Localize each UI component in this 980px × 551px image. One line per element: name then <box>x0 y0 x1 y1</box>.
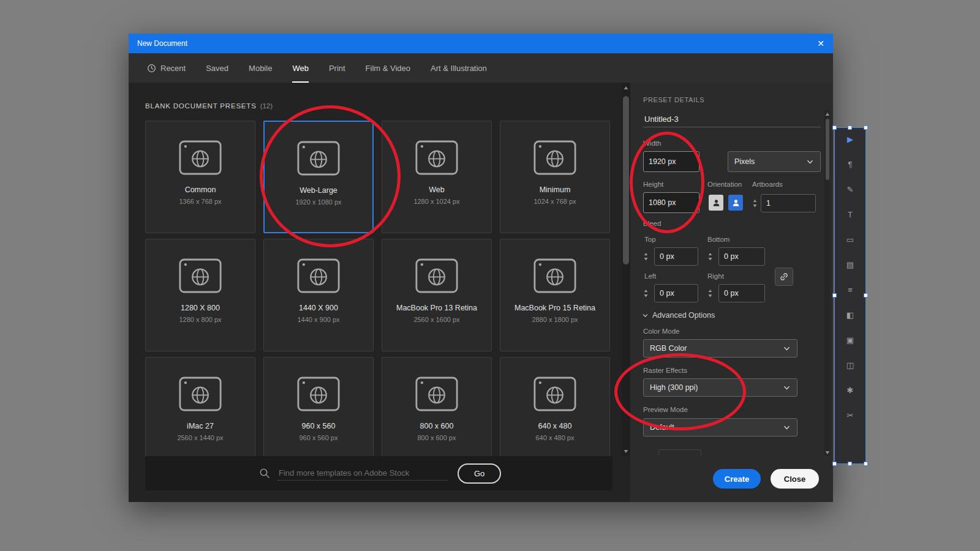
browser-globe-icon <box>533 258 576 293</box>
preset-dims: 1440 x 900 px <box>264 316 373 323</box>
bleed-top-field[interactable] <box>654 247 698 266</box>
selection-handle[interactable] <box>832 293 837 298</box>
bleed-top-label: Top <box>644 236 656 243</box>
preset-dims: 1920 x 1080 px <box>265 198 372 206</box>
tab-print[interactable]: Print <box>329 53 345 83</box>
preset-card-web[interactable]: Web 1280 x 1024 px <box>382 121 492 233</box>
landscape-person-icon <box>731 198 741 208</box>
bleed-bottom-field[interactable] <box>718 247 765 266</box>
selection-handle[interactable] <box>848 126 852 130</box>
stepper-down-icon <box>753 204 757 208</box>
scrollbar-thumb[interactable] <box>826 119 829 180</box>
preset-name: MacBook Pro 15 Retina <box>500 304 609 312</box>
preset-dims: 960 x 560 px <box>264 434 373 441</box>
browser-globe-icon <box>297 258 340 293</box>
bleed-link-button[interactable] <box>775 268 793 286</box>
tab-bar: Recent Saved Mobile Web Print Film & Vid… <box>129 53 833 83</box>
preset-name: MacBook Pro 13 Retina <box>382 304 491 312</box>
preset-dims: 1366 x 768 px <box>146 198 255 205</box>
preset-card-800x600[interactable]: 800 x 600 800 x 600 px <box>382 357 492 470</box>
bleed-right-stepper[interactable] <box>706 284 714 302</box>
selection-handle[interactable] <box>832 462 837 466</box>
height-field[interactable] <box>643 192 699 213</box>
scroll-up-icon[interactable] <box>622 84 630 91</box>
toolbar-icon: ✎ <box>847 186 854 193</box>
preview-mode-dropdown[interactable]: Default <box>643 418 797 437</box>
advanced-options-label: Advanced Options <box>652 311 715 320</box>
advanced-options-toggle[interactable]: Advanced Options <box>642 311 715 320</box>
preset-card-minimum[interactable]: Minimum 1024 x 768 px <box>500 121 610 233</box>
tab-art-illustration[interactable]: Art & Illustration <box>431 53 487 83</box>
stepper-up-icon <box>644 290 648 293</box>
preset-card-1440x900[interactable]: 1440 X 900 1440 x 900 px <box>263 239 374 351</box>
selection-handle[interactable] <box>864 293 868 298</box>
preset-name: 960 x 560 <box>264 422 373 430</box>
scroll-down-icon[interactable] <box>622 448 630 455</box>
preset-name: 1440 X 900 <box>264 304 373 312</box>
bleed-top-stepper[interactable] <box>642 247 649 266</box>
tab-recent[interactable]: Recent <box>147 53 186 83</box>
artboards-stepper[interactable] <box>751 194 758 212</box>
tab-film-video[interactable]: Film & Video <box>366 53 410 83</box>
preset-card-macbook-pro-15[interactable]: MacBook Pro 15 Retina 2880 x 1800 px <box>500 239 610 351</box>
browser-globe-icon <box>533 140 576 175</box>
preset-card-960x560[interactable]: 960 x 560 960 x 560 px <box>263 357 374 470</box>
height-label: Height <box>643 181 663 188</box>
browser-globe-icon <box>179 140 222 175</box>
raster-effects-dropdown[interactable]: High (300 ppi) <box>643 378 797 397</box>
selection-handle[interactable] <box>864 126 868 130</box>
width-field[interactable] <box>643 151 699 172</box>
bleed-right-field[interactable] <box>718 284 765 302</box>
color-mode-dropdown[interactable]: RGB Color <box>643 339 797 358</box>
preset-card-macbook-pro-13[interactable]: MacBook Pro 13 Retina 2560 x 1600 px <box>382 239 492 351</box>
scroll-up-icon[interactable] <box>824 110 830 118</box>
create-button[interactable]: Create <box>713 469 761 489</box>
preview-mode-label: Preview Mode <box>643 406 688 413</box>
artboards-field[interactable] <box>761 194 816 212</box>
toolbar-icon: ▤ <box>846 261 854 269</box>
bleed-left-field[interactable] <box>654 284 698 302</box>
preset-name: Web-Large <box>265 186 372 195</box>
go-button[interactable]: Go <box>458 463 501 484</box>
preset-dims: 1024 x 768 px <box>500 198 609 205</box>
preset-card-web-large[interactable]: Web-Large 1920 x 1080 px <box>263 121 374 233</box>
tab-mobile[interactable]: Mobile <box>249 53 272 83</box>
selection-handle[interactable] <box>832 126 837 130</box>
tab-label: Recent <box>160 64 186 73</box>
browser-globe-icon <box>415 258 458 293</box>
adobe-stock-searchbar: Go <box>145 456 612 490</box>
chevron-down-icon <box>783 424 791 432</box>
bleed-bottom-label: Bottom <box>707 236 729 243</box>
presets-scrollbar[interactable] <box>622 83 630 456</box>
bleed-label: Bleed <box>643 220 661 227</box>
toolbar-icon: ◧ <box>846 311 854 319</box>
selection-handle[interactable] <box>848 462 852 466</box>
preset-name: 640 x 480 <box>500 422 609 430</box>
color-mode-value: RGB Color <box>650 344 687 353</box>
tab-saved[interactable]: Saved <box>206 53 228 83</box>
search-icon <box>259 468 270 479</box>
orientation-landscape-button[interactable] <box>728 195 743 211</box>
scroll-down-icon[interactable] <box>824 449 830 456</box>
document-name-field[interactable] <box>643 111 821 127</box>
units-dropdown[interactable]: Pixels <box>728 151 821 172</box>
preset-name: iMac 27 <box>146 422 255 430</box>
scrollbar-thumb[interactable] <box>623 96 629 264</box>
toolbar-icon: ¶ <box>848 160 853 168</box>
dialog-titlebar: New Document ✕ <box>129 34 833 53</box>
search-input[interactable] <box>277 466 448 481</box>
dialog-title: New Document <box>137 39 187 48</box>
preset-card-640x480[interactable]: 640 x 480 640 x 480 px <box>500 357 610 470</box>
tab-web[interactable]: Web <box>292 53 309 83</box>
preset-card-common[interactable]: Common 1366 x 768 px <box>145 121 255 233</box>
close-button[interactable]: Close <box>771 469 819 489</box>
preset-card-imac-27[interactable]: iMac 27 2560 x 1440 px <box>145 357 255 470</box>
orientation-portrait-button[interactable] <box>709 195 723 211</box>
bleed-bottom-stepper[interactable] <box>706 247 714 266</box>
panel-scrollbar[interactable] <box>824 110 830 456</box>
close-icon[interactable]: ✕ <box>817 39 824 48</box>
selection-handle[interactable] <box>864 462 868 466</box>
tab-label: Film & Video <box>366 64 410 73</box>
bleed-left-stepper[interactable] <box>642 284 649 302</box>
preset-card-1280x800[interactable]: 1280 X 800 1280 x 800 px <box>145 239 255 351</box>
